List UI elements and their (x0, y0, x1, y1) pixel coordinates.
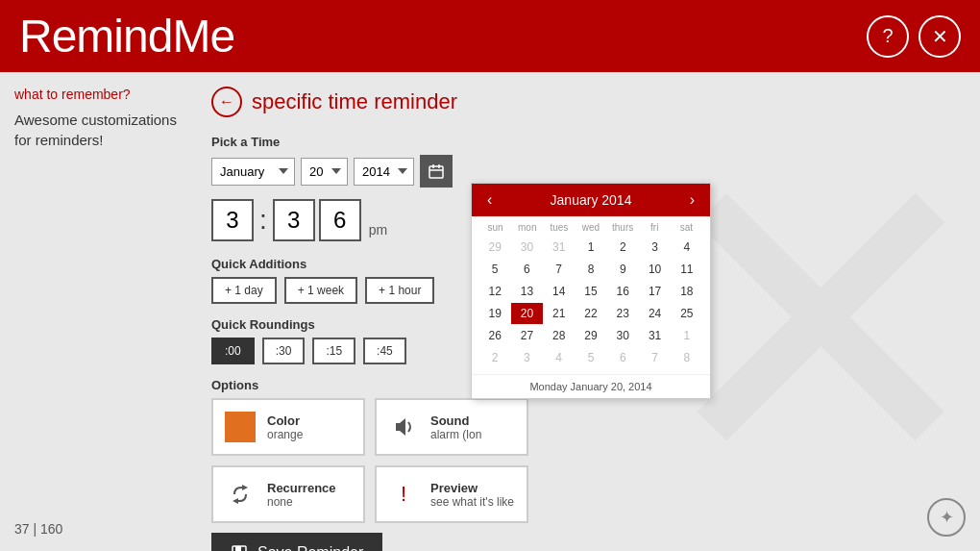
options-row-1: Color orange Sound alarm (lon (211, 398, 961, 456)
sidebar-question: what to remember? (14, 87, 178, 102)
minute2-box[interactable]: 6 (319, 199, 361, 241)
color-option[interactable]: Color orange (211, 398, 365, 456)
options-row-2: Recurrence none ! Preview see what it's … (211, 465, 961, 523)
cal-day[interactable]: 6 (511, 259, 542, 280)
cal-day[interactable]: 25 (672, 303, 702, 324)
page-title: specific time reminder (252, 89, 457, 114)
app-title: RemindMe (19, 10, 234, 63)
sound-icon (388, 412, 419, 442)
close-button[interactable]: ✕ (919, 15, 961, 58)
recurrence-value: none (267, 495, 336, 509)
cal-day[interactable]: 1 (672, 325, 702, 346)
cal-day[interactable]: 5 (576, 347, 606, 368)
cal-day[interactable]: 4 (672, 237, 702, 258)
cal-header-wed: wed (575, 222, 606, 233)
year-select[interactable]: 2014 2015 (354, 158, 414, 186)
star-button[interactable]: ✦ (927, 498, 966, 537)
cal-day[interactable]: 8 (672, 347, 702, 368)
preview-option[interactable]: ! Preview see what it's like (375, 465, 528, 523)
cal-next-button[interactable]: › (686, 191, 698, 209)
calendar-header: ‹ January 2014 › (472, 184, 710, 216)
round-15-button[interactable]: :15 (312, 338, 355, 364)
day-select[interactable]: 20 (301, 158, 348, 186)
month-select[interactable]: January February March (211, 158, 295, 186)
preview-text: Preview see what it's like (430, 481, 514, 509)
cal-day[interactable]: 7 (544, 259, 575, 280)
cal-day[interactable]: 28 (544, 325, 575, 346)
cal-day[interactable]: 22 (576, 303, 606, 324)
cal-day[interactable]: 3 (511, 347, 542, 368)
cal-day[interactable]: 19 (479, 303, 510, 324)
calendar-icon (429, 163, 444, 179)
color-swatch (225, 412, 256, 442)
cal-day[interactable]: 31 (544, 237, 575, 258)
preview-icon: ! (388, 479, 419, 510)
cal-day[interactable]: 8 (576, 259, 606, 280)
recurrence-text: Recurrence none (267, 481, 336, 509)
color-value: orange (267, 428, 303, 441)
sound-text: Sound alarm (lon (430, 413, 481, 441)
cal-days: 29 30 31 1 2 3 4 5 6 7 8 9 10 11 12 (479, 237, 702, 368)
round-45-button[interactable]: :45 (363, 338, 406, 364)
cal-day[interactable]: 23 (607, 303, 638, 324)
svg-marker-5 (396, 418, 405, 436)
cal-month-year: January 2014 (551, 192, 632, 208)
cal-header-fri: fri (639, 222, 671, 233)
cal-day[interactable]: 2 (479, 347, 510, 368)
pick-time-label: Pick a Time (211, 135, 961, 149)
help-button[interactable]: ? (867, 15, 909, 58)
cal-day[interactable]: 4 (544, 347, 575, 368)
cal-day[interactable]: 9 (607, 259, 638, 280)
cal-header-sun: sun (479, 222, 511, 233)
cal-day-selected[interactable]: 20 (511, 303, 542, 324)
cal-day[interactable]: 18 (672, 281, 702, 302)
recurrence-label: Recurrence (267, 481, 336, 495)
minute1-box[interactable]: 3 (273, 199, 315, 241)
recurrence-option[interactable]: Recurrence none (211, 465, 365, 523)
svg-rect-9 (235, 546, 241, 551)
cal-header-thurs: thurs (607, 222, 639, 233)
cal-day[interactable]: 7 (639, 347, 670, 368)
calendar-toggle-button[interactable] (420, 155, 453, 188)
cal-day[interactable]: 26 (479, 325, 510, 346)
cal-day[interactable]: 29 (479, 237, 510, 258)
color-label: Color (267, 413, 303, 428)
add-1hour-button[interactable]: + 1 hour (365, 277, 434, 304)
add-1day-button[interactable]: + 1 day (211, 277, 277, 304)
hour-box[interactable]: 3 (211, 199, 254, 241)
cal-day[interactable]: 30 (607, 325, 638, 346)
ampm-label[interactable]: pm (369, 222, 387, 241)
save-icon (231, 544, 248, 551)
cal-day[interactable]: 24 (639, 303, 670, 324)
cal-day[interactable]: 21 (544, 303, 575, 324)
preview-label: Preview (430, 481, 514, 495)
cal-day[interactable]: 29 (576, 325, 606, 346)
cal-day[interactable]: 14 (544, 281, 575, 302)
save-button[interactable]: Save Reminder (211, 533, 382, 551)
sound-option[interactable]: Sound alarm (lon (375, 398, 528, 456)
cal-day[interactable]: 17 (639, 281, 670, 302)
cal-day[interactable]: 5 (479, 259, 510, 280)
cal-day[interactable]: 2 (607, 237, 638, 258)
cal-prev-button[interactable]: ‹ (483, 191, 496, 209)
cal-day[interactable]: 31 (639, 325, 670, 346)
cal-day[interactable]: 13 (511, 281, 542, 302)
cal-day[interactable]: 1 (576, 237, 606, 258)
sound-value: alarm (lon (430, 428, 481, 441)
cal-day[interactable]: 27 (511, 325, 542, 346)
round-30-button[interactable]: :30 (262, 338, 306, 364)
back-button[interactable]: ← (211, 87, 242, 117)
cal-day[interactable]: 11 (672, 259, 702, 280)
cal-day[interactable]: 3 (639, 237, 670, 258)
sidebar: what to remember? Awesome customizations… (0, 72, 192, 551)
cal-day[interactable]: 30 (511, 237, 542, 258)
add-1week-button[interactable]: + 1 week (284, 277, 357, 304)
cal-day[interactable]: 6 (607, 347, 638, 368)
recurrence-icon (225, 479, 256, 510)
cal-day[interactable]: 12 (479, 281, 510, 302)
cal-day[interactable]: 15 (576, 281, 606, 302)
cal-day[interactable]: 16 (607, 281, 638, 302)
cal-header-tues: tues (543, 222, 575, 233)
round-00-button[interactable]: :00 (211, 338, 255, 364)
cal-day[interactable]: 10 (639, 259, 670, 280)
